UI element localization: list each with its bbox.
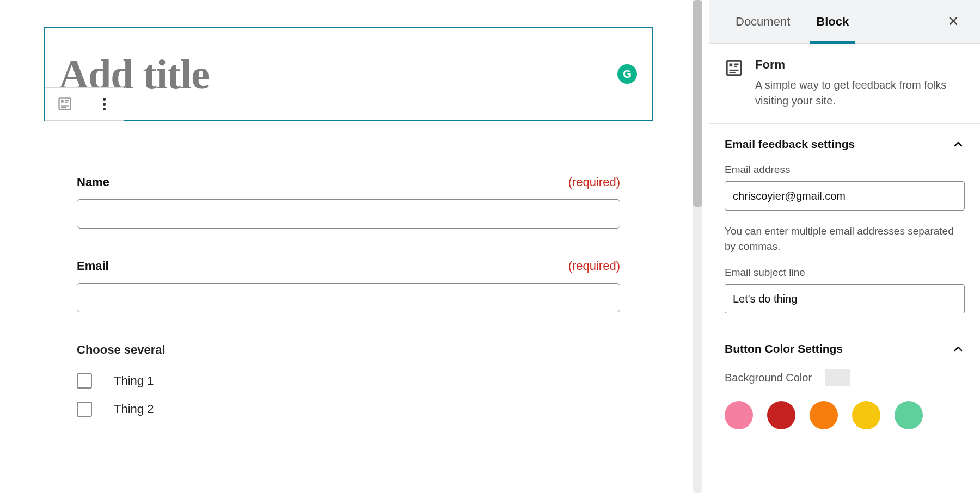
- block-toolbar: [45, 87, 124, 121]
- sidebar-tabs: Document Block ✕: [709, 0, 980, 44]
- svg-rect-1: [61, 100, 64, 103]
- button-color-panel: Button Color Settings Background Color: [709, 328, 980, 443]
- color-swatch[interactable]: [767, 401, 795, 429]
- chevron-up-icon: [952, 342, 965, 355]
- form-field-name: Name (required): [77, 175, 620, 229]
- color-swatch-row: [725, 401, 965, 429]
- email-address-help: You can enter multiple email addresses s…: [725, 224, 965, 254]
- kebab-icon: [103, 98, 106, 110]
- more-options-button[interactable]: [84, 88, 124, 120]
- field-label: Name: [77, 175, 109, 189]
- email-address-input[interactable]: [725, 181, 965, 211]
- form-field-email: Email (required): [77, 259, 620, 312]
- checkbox-label: Thing 1: [114, 374, 154, 388]
- email-subject-label: Email subject line: [725, 267, 965, 279]
- name-input[interactable]: [77, 199, 620, 229]
- tab-block[interactable]: Block: [803, 0, 862, 43]
- form-block[interactable]: Name (required) Email (required) Choose …: [44, 121, 653, 463]
- color-swatch[interactable]: [895, 401, 923, 429]
- section-toggle-email[interactable]: Email feedback settings: [725, 138, 965, 151]
- email-subject-input[interactable]: [725, 284, 965, 313]
- email-input[interactable]: [77, 283, 620, 312]
- form-block-icon: [725, 59, 743, 77]
- section-toggle-button-color[interactable]: Button Color Settings: [725, 342, 965, 355]
- checkbox-option[interactable]: Thing 2: [77, 402, 620, 417]
- checkbox-option[interactable]: Thing 1: [77, 373, 620, 389]
- tab-document[interactable]: Document: [722, 0, 803, 43]
- background-color-label: Background Color: [725, 372, 812, 384]
- required-indicator: (required): [568, 259, 620, 273]
- close-sidebar-button[interactable]: ✕: [940, 0, 967, 43]
- color-swatch[interactable]: [852, 401, 880, 429]
- current-background-swatch[interactable]: [825, 369, 850, 386]
- field-label: Choose several: [77, 343, 620, 357]
- checkbox-icon[interactable]: [77, 373, 92, 389]
- form-field-checkbox-group: Choose several Thing 1 Thing 2: [77, 343, 620, 417]
- field-label: Email: [77, 259, 109, 273]
- email-address-label: Email address: [725, 164, 965, 176]
- settings-sidebar: Document Block ✕: [709, 0, 980, 493]
- post-title-block[interactable]: Add title G: [44, 27, 653, 121]
- block-title: Form: [755, 58, 965, 72]
- email-feedback-panel: Email feedback settings Email address Yo…: [709, 124, 980, 328]
- block-type-button[interactable]: [45, 88, 84, 120]
- block-info-panel: Form A simple way to get feedback from f…: [709, 44, 980, 124]
- required-indicator: (required): [568, 175, 620, 189]
- vertical-scrollbar[interactable]: [686, 0, 709, 493]
- editor-canvas: Add title G: [0, 0, 686, 493]
- chevron-up-icon: [952, 138, 965, 151]
- color-swatch[interactable]: [725, 401, 753, 429]
- checkbox-icon[interactable]: [77, 402, 92, 417]
- block-description: A simple way to get feedback from folks …: [755, 77, 965, 109]
- close-icon: ✕: [947, 13, 959, 30]
- checkbox-label: Thing 2: [114, 402, 154, 416]
- grammarly-icon[interactable]: G: [617, 64, 637, 84]
- color-swatch[interactable]: [810, 401, 838, 429]
- svg-rect-7: [730, 64, 733, 67]
